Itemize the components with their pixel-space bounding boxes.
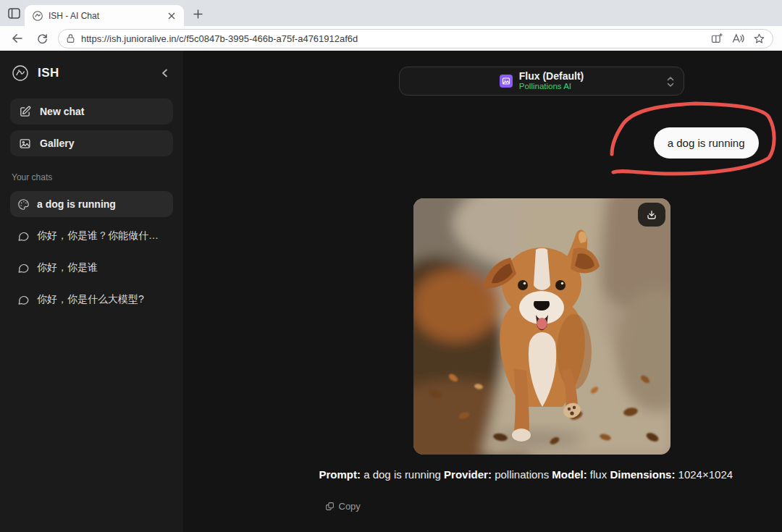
chat-item-label: a dog is running [37,198,116,210]
model-selector[interactable]: Flux (Default) Pollinations AI [399,67,684,96]
new-chat-label: New chat [40,106,84,117]
address-bar[interactable]: https://ish.junioralive.in/c/f5c0847b-39… [58,29,773,48]
read-aloud-icon[interactable] [731,33,744,44]
model-provider: Pollinations AI [519,82,584,91]
download-image-button[interactable] [638,203,665,227]
sidebar-collapse-button[interactable] [157,66,172,80]
chat-main-area: Flux (Default) Pollinations AI a dog is … [183,51,782,532]
prompt-value: a dog is running [363,468,441,481]
tab-strip: ISH - AI Chat [0,0,782,26]
chat-column: Flux (Default) Pollinations AI a dog is … [319,51,765,512]
provider-value: pollinations [495,468,549,481]
chat-bubble-icon [17,262,30,274]
refresh-button[interactable] [33,30,51,47]
gallery-label: Gallery [40,138,74,149]
model-name: Flux (Default) [519,70,584,82]
back-button[interactable] [9,30,26,47]
favorites-star-icon[interactable] [753,33,765,45]
new-chat-pencil-icon [19,106,31,118]
prompt-label: Prompt: [319,468,361,481]
sidebar-header: ISH [12,62,172,84]
provider-label: Provider: [444,468,492,481]
browser-chrome: ISH - AI Chat https://ish.junioralive.in… [0,0,782,51]
browser-toolbar: https://ish.junioralive.in/c/f5c0847b-39… [0,26,782,51]
tab-close-icon[interactable] [165,9,178,22]
copy-icon [325,502,335,511]
image-metadata-caption: Prompt: a dog is running Provider: polli… [319,468,765,481]
browser-tab[interactable]: ISH - AI Chat [25,5,184,26]
browser-window: ISH - AI Chat https://ish.junioralive.in… [0,0,782,532]
model-value: flux [590,468,607,481]
chat-item-label: 你好，你是什么大模型? [37,293,144,306]
address-bar-actions [710,33,765,45]
url-text: https://ish.junioralive.in/c/f5c0847b-39… [81,33,705,44]
app-name: ISH [38,66,148,80]
copy-button[interactable]: Copy [325,501,361,512]
palette-icon [17,198,30,211]
tab-actions-icon [8,8,20,19]
chat-bubble-icon [17,230,30,242]
generated-image[interactable] [413,198,670,455]
lock-icon [66,33,75,43]
sidebar-chat-item-active[interactable]: a dog is running [10,191,173,217]
chat-item-label: 你好，你是谁 [37,261,98,274]
new-tab-button[interactable] [188,4,207,23]
sidebar-chat-item[interactable]: 你好，你是什么大模型? [10,287,173,313]
chevron-up-down-icon [667,76,674,88]
page-content: ISH New chat Gallery Your chats [0,51,782,532]
gallery-image-icon [19,138,31,150]
model-label: Model: [552,468,586,481]
chat-item-label: 你好，你是谁？你能做什么... [37,229,166,242]
tab-actions-menu-button[interactable] [4,4,23,22]
gallery-button[interactable]: Gallery [10,130,173,156]
dog-running-image [413,198,670,455]
user-message-bubble: a dog is running [654,127,759,159]
your-chats-heading: Your chats [12,172,172,182]
app-logo-icon [12,64,29,82]
model-image-icon [500,75,513,88]
split-screen-icon[interactable] [710,33,723,45]
dimensions-label: Dimensions: [610,468,675,481]
new-chat-button[interactable]: New chat [10,98,173,124]
tab-title: ISH - AI Chat [49,11,160,21]
sidebar: ISH New chat Gallery Your chats [0,51,183,532]
model-selector-text: Flux (Default) Pollinations AI [519,70,584,91]
download-icon [646,209,657,221]
copy-label: Copy [339,501,361,512]
dimensions-value: 1024×1024 [678,468,733,481]
sidebar-chat-item[interactable]: 你好，你是谁？你能做什么... [10,223,173,249]
sidebar-chat-item[interactable]: 你好，你是谁 [10,255,173,281]
tab-favicon-icon [32,10,43,22]
chat-bubble-icon [17,294,30,306]
